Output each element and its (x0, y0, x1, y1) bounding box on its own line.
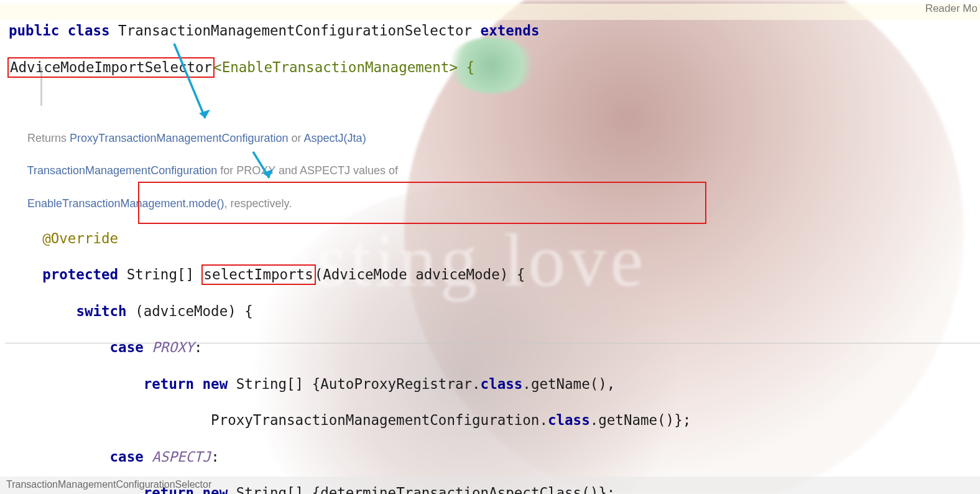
highlight-box-method-name: selectImports (201, 264, 316, 285)
svg-marker-1 (199, 110, 210, 118)
highlight-box-proxy-return (138, 182, 706, 224)
code-editor[interactable]: public class TransactionManagementConfig… (0, 0, 980, 494)
code-line[interactable]: ProxyTransactionManagementConfiguration.… (9, 411, 980, 429)
annotation-arrow-2 (246, 148, 289, 192)
code-line (9, 95, 980, 113)
code-line[interactable]: switch (adviceMode) { (9, 302, 980, 320)
svg-line-0 (174, 44, 205, 118)
code-line[interactable]: AdviceModeImportSelector<EnableTransacti… (9, 58, 980, 77)
code-line[interactable]: case ASPECTJ: (9, 448, 980, 466)
code-line[interactable]: return new String[] {AutoProxyRegistrar.… (9, 375, 980, 393)
annotation-arrow-1 (162, 37, 224, 137)
code-line[interactable]: protected String[] selectImports(AdviceM… (9, 266, 980, 284)
code-line[interactable]: case PROXY: (9, 338, 980, 357)
javadoc-line: TransactionManagementConfiguration for P… (9, 164, 980, 178)
javadoc-line: Returns ProxyTransactionManagementConfig… (9, 131, 980, 146)
code-line[interactable]: @Override (9, 230, 980, 248)
code-line[interactable]: return new String[] {determineTransactio… (9, 484, 980, 494)
code-line[interactable]: public class TransactionManagementConfig… (9, 22, 980, 40)
